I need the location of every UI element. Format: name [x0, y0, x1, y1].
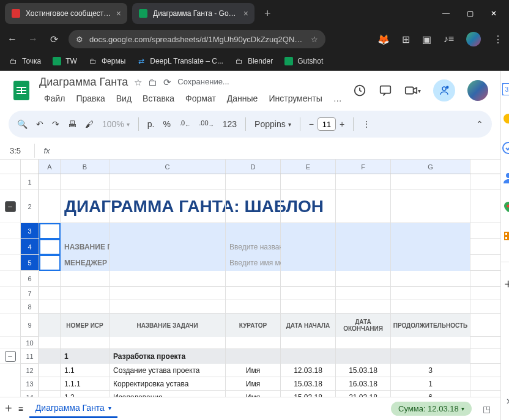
cell[interactable]: Введите название проекта	[226, 239, 281, 255]
contacts-icon[interactable]	[501, 170, 509, 185]
new-tab-button[interactable]: +	[259, 7, 276, 20]
cell[interactable]: ПРОДОЛЖИТЕЛЬНОСТЬ	[391, 314, 470, 337]
cell[interactable]	[281, 271, 336, 287]
close-window-icon[interactable]: ✕	[491, 9, 497, 18]
profile-avatar[interactable]	[466, 32, 481, 46]
get-addons-button[interactable]: +	[501, 277, 509, 292]
row-header[interactable]: 10	[21, 337, 39, 348]
site-settings-icon[interactable]: ⚙	[76, 35, 83, 44]
cell[interactable]	[391, 190, 470, 223]
cell[interactable]: НОМЕР ИСР	[61, 314, 110, 337]
column-header[interactable]: D	[226, 160, 281, 174]
cell[interactable]	[336, 271, 391, 287]
row-header[interactable]: 8	[21, 300, 39, 313]
cell[interactable]	[391, 337, 470, 349]
cell[interactable]	[39, 255, 61, 271]
cell[interactable]	[281, 287, 336, 300]
browser-tab-1[interactable]: Хостинговое сообщество «Tin ×	[5, 3, 127, 24]
sheet-tab[interactable]: Диаграмма Ганта▾	[29, 399, 117, 418]
row-header[interactable]: 11	[21, 349, 39, 363]
cell[interactable]	[110, 190, 226, 223]
cell[interactable]	[281, 349, 336, 364]
outline-collapse-button[interactable]: –	[5, 201, 16, 212]
bookmark-item[interactable]: 🗀Точка	[9, 56, 41, 66]
grid[interactable]: ABCDEFG12ДИАГРАММА ГАНТА: ШАБЛОН34НАЗВАН…	[21, 160, 500, 397]
cell[interactable]	[110, 239, 226, 255]
menu-more[interactable]: …	[329, 91, 347, 106]
number-format-button[interactable]: 123	[223, 119, 237, 129]
all-sheets-button[interactable]: ≡	[18, 404, 23, 414]
cell[interactable]	[110, 223, 226, 239]
cell[interactable]	[61, 287, 110, 300]
cell[interactable]	[110, 255, 226, 271]
move-icon[interactable]: 🗀	[148, 77, 157, 88]
cell[interactable]	[336, 239, 391, 255]
cell[interactable]	[61, 174, 110, 190]
percent-button[interactable]: %	[163, 119, 171, 129]
cell[interactable]: Разработка проекта	[110, 349, 226, 364]
cell[interactable]	[61, 271, 110, 287]
cell[interactable]	[39, 287, 61, 300]
sidepanel-icon[interactable]: ▣	[422, 34, 431, 45]
bookmark-item[interactable]: ⇄DeepL Translate – C...	[136, 56, 223, 66]
account-avatar[interactable]	[467, 80, 488, 101]
addon-icon[interactable]	[501, 229, 509, 243]
decrease-decimal-button[interactable]: .0←	[179, 119, 190, 128]
address-bar[interactable]: ⚙ docs.google.com/spreadsheets/d/1MgUh90…	[69, 30, 325, 48]
cell[interactable]	[61, 300, 110, 314]
more-toolbar-button[interactable]: ⋮	[362, 119, 371, 129]
cell[interactable]	[39, 364, 61, 377]
cell[interactable]	[226, 287, 281, 300]
close-icon[interactable]: ×	[116, 9, 121, 18]
menu-file[interactable]: Файл	[39, 91, 70, 106]
star-icon[interactable]: ☆	[311, 35, 318, 44]
menu-view[interactable]: Вид	[111, 91, 136, 106]
cell[interactable]: ДАТА НАЧАЛА	[281, 314, 336, 337]
cell[interactable]	[336, 337, 391, 349]
cell[interactable]	[391, 255, 470, 271]
cell[interactable]	[110, 337, 226, 349]
row-header[interactable]: 13	[21, 377, 39, 390]
cell[interactable]: НАЗВАНИЕ ПРОЕКТА	[61, 239, 110, 255]
row-header[interactable]: 1	[21, 174, 39, 190]
cell[interactable]	[391, 349, 470, 364]
cell[interactable]	[281, 239, 336, 255]
cell[interactable]	[110, 300, 226, 314]
cell[interactable]	[281, 223, 336, 239]
column-header[interactable]: B	[61, 160, 110, 174]
cell[interactable]: Имя	[226, 391, 281, 397]
cell[interactable]	[391, 300, 470, 314]
cell[interactable]	[226, 300, 281, 314]
cell[interactable]	[226, 190, 281, 223]
cell[interactable]	[39, 190, 61, 223]
font-size-input[interactable]	[318, 117, 336, 131]
column-header[interactable]: E	[281, 160, 336, 174]
cell[interactable]	[281, 255, 336, 271]
cell[interactable]	[226, 223, 281, 239]
tasks-icon[interactable]	[501, 141, 509, 155]
cell[interactable]	[281, 190, 336, 223]
cell[interactable]: НАЗВАНИЕ ЗАДАЧИ	[110, 314, 226, 337]
hide-sidepanel-button[interactable]: ›	[501, 393, 509, 408]
star-icon[interactable]: ☆	[134, 77, 142, 88]
cell[interactable]	[61, 337, 110, 349]
cell[interactable]: 15.03.18	[281, 377, 336, 391]
cell[interactable]: 1	[61, 349, 110, 364]
name-box[interactable]: 3:5	[0, 146, 34, 155]
cell[interactable]: Имя	[226, 377, 281, 391]
row-header[interactable]: 6	[21, 271, 39, 286]
cell[interactable]	[391, 239, 470, 255]
cell[interactable]: Введите имя менеджера проекта	[226, 255, 281, 271]
cell[interactable]: Имя	[226, 364, 281, 377]
browser-tab-2[interactable]: Диаграмма Ганта - Google Таб ×	[132, 3, 254, 24]
bookmark-item[interactable]: Gutshot	[284, 56, 323, 66]
cell[interactable]: КУРАТОР	[226, 314, 281, 337]
search-menus-icon[interactable]: 🔍	[17, 119, 28, 129]
cell[interactable]: 15.03.18	[281, 391, 336, 397]
cell[interactable]	[39, 223, 61, 239]
maximize-icon[interactable]: ▢	[467, 9, 474, 18]
redo-button[interactable]: ↷	[52, 119, 59, 129]
bookmark-item[interactable]: 🗀Фермы	[88, 56, 125, 66]
add-sheet-button[interactable]: +	[5, 402, 12, 416]
menu-icon[interactable]: ⋮	[493, 34, 503, 45]
